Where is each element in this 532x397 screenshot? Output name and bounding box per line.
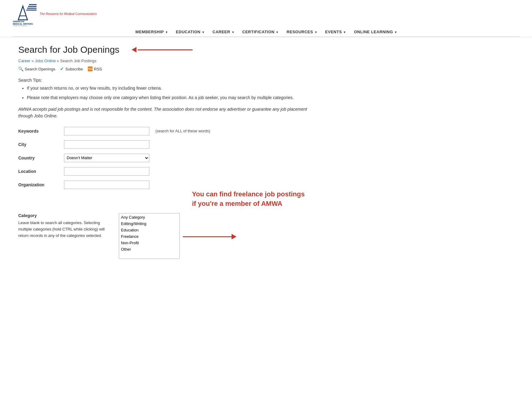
subscribe-icon: ✔ <box>60 66 64 72</box>
svg-text:ASSOCIATION: ASSOCIATION <box>13 25 27 26</box>
search-tips-section: Search Tips: If your search returns no, … <box>18 78 317 101</box>
freelance-annotation-text: You can find freelance job postings if y… <box>192 190 308 209</box>
rss-icon: RSS <box>88 66 93 71</box>
nav-career[interactable]: CAREER ▾ <box>213 30 234 34</box>
search-tips-label: Search Tips: <box>18 78 317 83</box>
logo-tagline: The Resource for Medical Communicators <box>40 12 97 16</box>
svg-marker-4 <box>18 6 27 20</box>
main-content: Search for Job Openings Career » Jobs On… <box>0 37 335 266</box>
site-header: AMERICAN MEDICAL WRITERS ASSOCIATION The… <box>0 0 532 37</box>
rss-label: RSS <box>94 67 102 71</box>
organization-row: Organization You can find freelance job … <box>18 181 317 209</box>
city-label: City <box>18 140 58 147</box>
subscribe-btn[interactable]: ✔ Subscribe <box>60 66 83 72</box>
organization-label: Organization <box>18 181 58 187</box>
cat-editing[interactable]: Editing/Writing <box>119 220 179 227</box>
category-row: Category Leave blank to search all categ… <box>18 213 317 259</box>
nav-online-learning[interactable]: ONLINE LEARNING ▾ <box>354 30 397 34</box>
keywords-row: Keywords (search for ALL of these words) <box>18 127 317 135</box>
location-input[interactable] <box>64 167 149 176</box>
category-select[interactable]: Any Category Editing/Writing Education F… <box>119 213 180 259</box>
svg-text:AMERICAN: AMERICAN <box>13 20 24 23</box>
search-form: Keywords (search for ALL of these words)… <box>18 127 317 259</box>
location-label: Location <box>18 167 58 174</box>
amwa-logo: AMERICAN MEDICAL WRITERS ASSOCIATION <box>12 3 40 26</box>
breadcrumb-sep2: » <box>57 59 60 63</box>
page-toolbar: 🔍 Search Openings ✔ Subscribe RSS RSS <box>18 66 317 72</box>
category-list-outer: Any Category Editing/Writing Education F… <box>119 213 180 259</box>
nav-events[interactable]: EVENTS ▾ <box>325 30 346 34</box>
logo-area: AMERICAN MEDICAL WRITERS ASSOCIATION The… <box>12 3 520 26</box>
organization-input[interactable] <box>64 181 149 189</box>
nav-certification[interactable]: CERTIFICATION ▾ <box>242 30 278 34</box>
country-label: Country <box>18 154 58 160</box>
category-left: Category Leave blank to search all categ… <box>18 213 113 239</box>
search-openings-label: Search Openings <box>25 67 55 71</box>
main-nav: MEMBERSHIP ▾ EDUCATION ▾ CAREER ▾ CERTIF… <box>12 27 520 37</box>
title-arrow-annotation <box>132 47 193 52</box>
disclaimer-text: AMWA accepts paid job postings and is no… <box>18 106 317 120</box>
rss-btn[interactable]: RSS RSS <box>88 66 102 71</box>
search-openings-icon: 🔍 <box>18 66 23 71</box>
breadcrumb-jobs-online[interactable]: Jobs Online <box>35 59 56 63</box>
city-row: City <box>18 140 317 149</box>
nav-membership[interactable]: MEMBERSHIP ▾ <box>136 30 168 34</box>
cat-freelance[interactable]: Freelance <box>119 233 179 240</box>
category-label: Category <box>18 213 113 218</box>
keywords-label: Keywords <box>18 127 58 134</box>
subscribe-label: Subscribe <box>65 67 83 71</box>
country-select[interactable]: Doesn't Matter United States Canada Unit… <box>64 154 149 162</box>
search-tip-2: Please note that employers may choose on… <box>27 95 317 101</box>
category-select-wrapper: Any Category Editing/Writing Education F… <box>119 213 236 259</box>
svg-text:MEDICAL WRITERS: MEDICAL WRITERS <box>13 23 33 25</box>
keywords-hint: (search for ALL of these words) <box>155 127 210 133</box>
cat-education[interactable]: Education <box>119 227 179 233</box>
breadcrumb-career[interactable]: Career <box>18 59 30 63</box>
search-tip-1: If your search returns no, or very few r… <box>27 85 317 91</box>
country-row: Country Doesn't Matter United States Can… <box>18 154 317 162</box>
breadcrumb-current: Search Job Postings <box>60 59 96 63</box>
page-title: Search for Job Openings <box>18 45 119 55</box>
search-tips-list: If your search returns no, or very few r… <box>27 85 317 101</box>
page-title-row: Search for Job Openings <box>18 45 317 55</box>
location-row: Location <box>18 167 317 176</box>
search-openings-btn[interactable]: 🔍 Search Openings <box>18 66 55 71</box>
cat-any[interactable]: Any Category <box>119 214 179 220</box>
cat-other[interactable]: Other <box>119 246 179 252</box>
nav-resources[interactable]: RESOURCES ▾ <box>287 30 317 34</box>
keywords-input[interactable] <box>64 127 149 135</box>
breadcrumb-sep1: » <box>31 59 35 63</box>
city-input[interactable] <box>64 140 149 149</box>
nav-education[interactable]: EDUCATION ▾ <box>176 30 204 34</box>
freelance-arrow-annotation <box>183 234 236 239</box>
breadcrumb: Career » Jobs Online » Search Job Postin… <box>18 59 317 63</box>
category-note: Leave blank to search all categories. Se… <box>18 220 113 239</box>
cat-nonprofit[interactable]: Non-Profit <box>119 240 179 246</box>
